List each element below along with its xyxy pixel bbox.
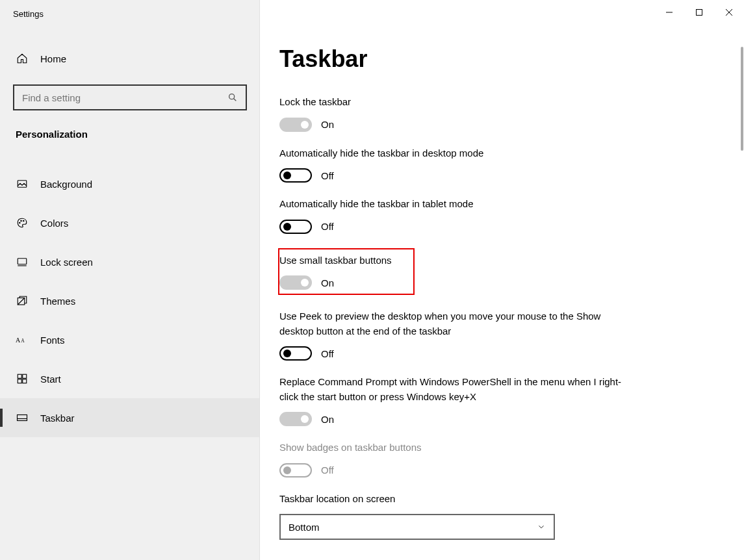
setting-label: Use Peek to preview the desktop when you… (279, 309, 624, 338)
setting-autohide-tablet: Automatically hide the taskbar in tablet… (279, 197, 725, 234)
sidebar-item-label: Fonts (40, 335, 65, 346)
setting-label: Lock the taskbar (279, 95, 624, 110)
toggle-state-text: Off (321, 465, 334, 476)
content-area: Taskbar Lock the taskbar On Automaticall… (260, 0, 744, 560)
nav-list: Background Colors Lock screen Themes AA … (0, 164, 259, 437)
svg-rect-6 (18, 259, 27, 264)
search-input[interactable] (22, 92, 227, 103)
chevron-down-icon (537, 522, 546, 531)
setting-label: Taskbar location on screen (279, 492, 624, 507)
svg-text:A: A (21, 338, 25, 344)
minimize-button[interactable] (654, 2, 684, 23)
svg-point-0 (229, 94, 235, 99)
fonts-icon: AA (16, 333, 29, 346)
setting-label: Use small taskbar buttons (279, 253, 407, 268)
toggle-small-taskbar-buttons[interactable] (279, 275, 312, 290)
setting-taskbar-location: Taskbar location on screen Bottom (279, 492, 725, 541)
toggle-badges (279, 463, 312, 477)
scrollbar-thumb[interactable] (741, 47, 743, 151)
close-button[interactable] (714, 2, 744, 23)
toggle-lock-taskbar[interactable] (279, 118, 312, 132)
setting-badges: Show badges on taskbar buttons Off (279, 440, 725, 477)
setting-label: Replace Command Prompt with Windows Powe… (279, 375, 624, 404)
sidebar-item-label: Lock screen (40, 257, 93, 268)
sidebar-item-label: Background (40, 179, 92, 190)
lockscreen-icon (16, 255, 29, 268)
titlebar (260, 0, 744, 25)
toggle-state-text: Off (321, 170, 334, 181)
sidebar-item-label: Colors (40, 218, 68, 229)
sidebar-item-label: Themes (40, 296, 75, 307)
page-title: Taskbar (279, 45, 725, 73)
svg-line-1 (234, 99, 237, 101)
vertical-scrollbar[interactable] (740, 47, 744, 541)
taskbar-icon (16, 411, 29, 424)
start-icon (16, 372, 29, 385)
search-icon (227, 92, 239, 103)
window-controls (654, 2, 744, 23)
setting-label: Show badges on taskbar buttons (279, 440, 624, 455)
image-icon (16, 177, 29, 190)
svg-rect-18 (697, 10, 702, 16)
setting-powershell: Replace Command Prompt with Windows Powe… (279, 375, 725, 426)
svg-point-4 (21, 220, 22, 222)
themes-icon (16, 294, 29, 307)
sidebar-item-fonts[interactable]: AA Fonts (0, 320, 259, 359)
home-icon (16, 52, 29, 65)
main-panel: Taskbar Lock the taskbar On Automaticall… (260, 0, 744, 560)
sidebar-item-label: Start (40, 374, 61, 385)
svg-rect-14 (23, 379, 27, 383)
sidebar: Settings Home Personalization Background… (0, 0, 260, 560)
svg-rect-2 (18, 181, 27, 188)
sidebar-category: Personalization (0, 117, 259, 151)
toggle-state-text: On (321, 277, 334, 288)
svg-point-5 (23, 220, 25, 222)
toggle-peek-preview[interactable] (279, 346, 312, 361)
sidebar-item-background[interactable]: Background (0, 164, 259, 203)
svg-rect-13 (18, 379, 21, 383)
dropdown-taskbar-location[interactable]: Bottom (279, 514, 555, 540)
window-title: Settings (13, 9, 44, 19)
svg-point-3 (19, 222, 21, 223)
svg-rect-11 (18, 374, 21, 378)
toggle-state-text: Off (321, 348, 334, 359)
toggle-state-text: On (321, 414, 334, 425)
sidebar-item-colors[interactable]: Colors (0, 203, 259, 242)
setting-lock-taskbar: Lock the taskbar On (279, 95, 725, 132)
nav-home[interactable]: Home (0, 39, 259, 78)
search-input-container[interactable] (13, 84, 247, 110)
sidebar-item-themes[interactable]: Themes (0, 281, 259, 320)
setting-peek-preview: Use Peek to preview the desktop when you… (279, 309, 725, 361)
setting-autohide-desktop: Automatically hide the taskbar in deskto… (279, 146, 725, 183)
palette-icon (16, 216, 29, 229)
sidebar-item-lockscreen[interactable]: Lock screen (0, 242, 259, 281)
svg-rect-15 (18, 415, 27, 421)
svg-rect-12 (23, 374, 27, 378)
toggle-autohide-desktop[interactable] (279, 168, 312, 183)
setting-label: Automatically hide the taskbar in tablet… (279, 197, 624, 212)
setting-label: Automatically hide the taskbar in deskto… (279, 146, 624, 161)
toggle-state-text: Off (321, 221, 334, 232)
dropdown-value: Bottom (289, 522, 320, 533)
setting-small-taskbar-buttons: Use small taskbar buttons On (278, 248, 415, 296)
sidebar-item-label: Taskbar (40, 413, 75, 424)
toggle-autohide-tablet[interactable] (279, 220, 312, 234)
sidebar-item-taskbar[interactable]: Taskbar (0, 398, 259, 437)
sidebar-item-start[interactable]: Start (0, 359, 259, 398)
toggle-powershell[interactable] (279, 412, 312, 426)
toggle-state-text: On (321, 119, 334, 130)
maximize-button[interactable] (684, 2, 714, 23)
nav-home-label: Home (40, 53, 66, 64)
svg-text:A: A (16, 337, 21, 344)
